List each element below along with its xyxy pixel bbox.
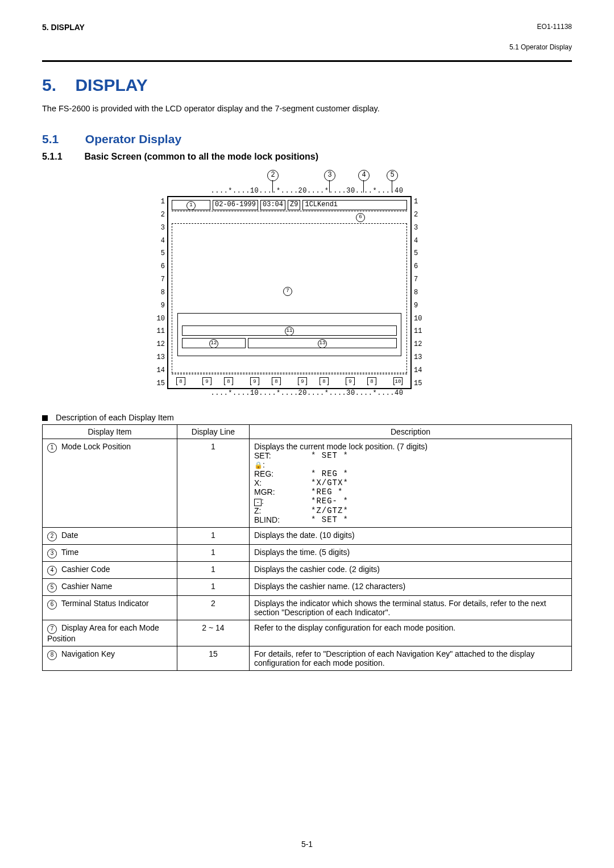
cell-desc: Displays the cashier name. (12 character…: [250, 579, 572, 596]
diagram-row-numbers-right: 1 2 3 4 5 6 7 8 9 10 11 12 13 14 15: [412, 196, 431, 389]
item-name: Navigation Key: [61, 649, 115, 658]
navkey-box: 9: [250, 377, 259, 385]
navkey-box: 8: [176, 377, 185, 385]
callout-7-icon: 7: [283, 287, 292, 296]
callout-5-icon: 5: [387, 170, 398, 181]
desc-text: Displays the current mode lock position.…: [254, 442, 567, 451]
callout-8-icon: 8: [368, 378, 376, 386]
table-header-row: Display Item Display Line Description: [43, 425, 572, 439]
callout-2-icon: 2: [267, 170, 279, 181]
mode-value: * SET *: [311, 515, 567, 524]
table-row: 3 Time 1 Displays the time. (5 digits): [43, 545, 572, 562]
table-lead-text: Description of each Display Item: [56, 413, 174, 422]
header-right: EO1-11138 5.1 Operator Display: [509, 23, 572, 51]
row-number: 3: [150, 224, 165, 231]
cell-line: 1: [177, 579, 250, 596]
square-bullet-icon: [42, 415, 48, 421]
col-header-line: Display Line: [177, 425, 250, 439]
navkey-box: 8: [224, 377, 233, 385]
ruler-chunk: ....*....: [355, 389, 395, 397]
mode-label: MGR:: [254, 487, 311, 496]
screen-diagram: 2 3 4 5 ....*....10....*....20....*....3…: [148, 170, 466, 397]
row-number: 13: [150, 354, 165, 361]
navkey-box: 10: [393, 377, 403, 385]
cell-desc: Displays the date. (10 digits): [250, 528, 572, 545]
lock-icon: 🔒: [254, 461, 263, 469]
row-number: 14: [414, 367, 429, 374]
mode-label: SET:: [254, 451, 311, 460]
cell-line: 15: [177, 646, 250, 671]
item-name: Display Area for each Mode Position: [47, 623, 159, 643]
row-number: 1: [150, 198, 165, 205]
mode-value: *REG *: [311, 487, 567, 496]
cell-item: 7 Display Area for each Mode Position: [43, 620, 177, 646]
ruler-chunk: ....*....: [259, 389, 298, 397]
callout-9-icon: 9: [346, 378, 354, 386]
callout-10-icon: 10: [394, 378, 402, 386]
ruler-chunk: ....*....: [259, 187, 298, 195]
cell-line: 1: [177, 545, 250, 562]
cashier-code-field: Z9: [288, 200, 300, 210]
callout-4-icon: 4: [358, 170, 370, 181]
cell-desc: Displays the indicator which shows the t…: [250, 596, 572, 620]
intro-paragraph: The FS-2600 is provided with the LCD ope…: [42, 104, 572, 113]
table-lead: Description of each Display Item: [42, 413, 572, 422]
cell-item: 5 Cashier Name: [43, 579, 177, 596]
row-number: 4: [150, 237, 165, 244]
section-heading: 5.1 Operator Display: [42, 132, 572, 146]
row-number: 7: [150, 276, 165, 283]
ruler-chunk: 20: [298, 187, 307, 195]
panel-row-12-right: 13: [248, 338, 397, 348]
header-rule: [42, 60, 572, 62]
cell-item: 6 Terminal Status Indicator: [43, 596, 177, 620]
display-items-table: Display Item Display Line Description 1 …: [42, 424, 572, 671]
cell-line: 1: [177, 528, 250, 545]
table-row: 7 Display Area for each Mode Position 2 …: [43, 620, 572, 646]
navkey-box: 9: [298, 377, 307, 385]
callout-8-icon: 8: [225, 378, 233, 386]
dashed-divider: [172, 374, 407, 374]
ruler-chunk: 10: [250, 389, 259, 397]
cashier-name-field: 1CLKendi: [302, 200, 407, 210]
cell-item: 3 Time: [43, 545, 177, 562]
cell-item: 4 Cashier Code: [43, 562, 177, 579]
cell-item: 1 Mode Lock Position: [43, 439, 177, 528]
mode-value: *Z/GTZ*: [311, 506, 567, 515]
mode-label: REG:: [254, 469, 311, 478]
callout-leader: [363, 180, 364, 193]
navkey-box: 9: [202, 377, 211, 385]
col-header-desc: Description: [250, 425, 572, 439]
cell-desc: Displays the current mode lock position.…: [250, 439, 572, 528]
row-number-icon: 4: [47, 566, 57, 575]
page-header: 5. DISPLAY EO1-11138 5.1 Operator Displa…: [42, 23, 572, 51]
mode-lock-position-field: 1: [172, 200, 210, 210]
callout-9-icon: 9: [203, 378, 211, 386]
row-number: 9: [414, 302, 429, 309]
ruler-chunk: 30: [346, 389, 355, 397]
row-number: 6: [414, 263, 429, 270]
row-number: 2: [414, 211, 429, 218]
lcd-screen: 1 02-06-1999 03:04 Z9 1CLKendi 6 7: [167, 196, 412, 389]
cell-line: 1: [177, 562, 250, 579]
callout-8-icon: 8: [272, 378, 280, 386]
item-name: Time: [61, 548, 79, 557]
ruler-chunk: ....*....: [355, 187, 395, 195]
chapter-number: 5.: [42, 76, 56, 94]
ruler-chunk: ....*....: [307, 187, 346, 195]
row-number: 12: [414, 341, 429, 348]
cell-desc: Displays the time. (5 digits): [250, 545, 572, 562]
row-number: 10: [414, 315, 429, 322]
subsection-heading: 5.1.1 Basic Screen (common to all the mo…: [42, 152, 572, 162]
cell-desc: For details, refer to "Description of ea…: [250, 646, 572, 671]
row-number: 1: [414, 198, 429, 205]
callout-11-icon: 11: [285, 327, 294, 336]
callout-leader: [272, 180, 273, 193]
section-number: 5.1: [42, 132, 82, 146]
mode-value: * SET *: [311, 451, 567, 460]
screen-line-1: 1 02-06-1999 03:04 Z9 1CLKendi: [169, 198, 409, 212]
diagram-bottom-ruler: ....*....10....*....20....*....30....*..…: [148, 389, 466, 397]
mode-value: [311, 460, 567, 469]
diagram-top-callouts: 2 3 4 5: [148, 170, 466, 187]
mode-value: *X/GTX*: [311, 478, 567, 487]
row-number-icon: 2: [47, 532, 57, 541]
